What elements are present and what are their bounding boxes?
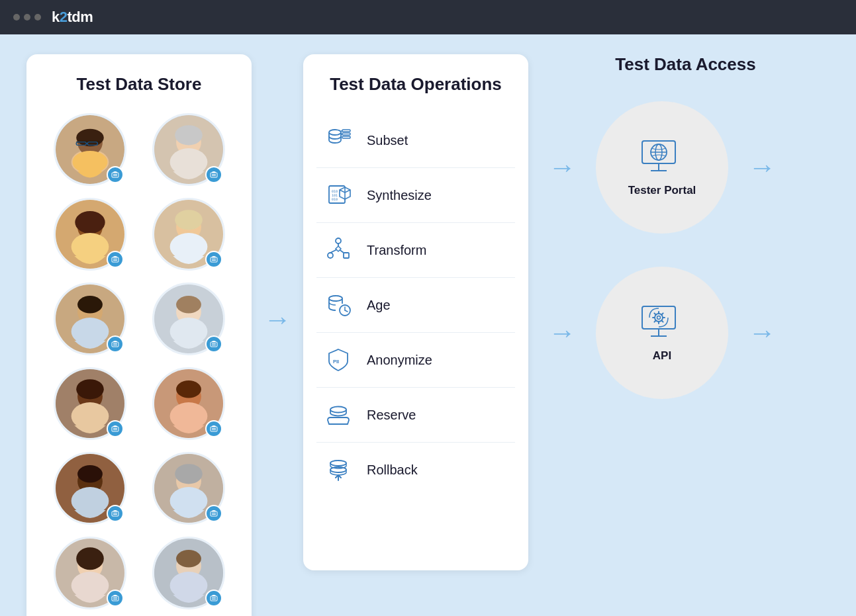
svg-rect-20 — [212, 175, 216, 176]
svg-rect-48 — [212, 345, 216, 345]
svg-rect-27 — [113, 260, 117, 261]
svg-rect-67 — [112, 511, 119, 516]
svg-rect-10 — [113, 174, 115, 175]
svg-point-8 — [72, 151, 107, 173]
ops-item-reserve[interactable]: Reserve — [316, 388, 515, 443]
svg-rect-9 — [112, 173, 119, 177]
synthesize-icon: 010 101 010 — [323, 180, 354, 210]
dot-2 — [24, 14, 30, 21]
right-arrow-portal-out-icon: → — [748, 154, 776, 181]
arrow-portal-out: → — [741, 154, 783, 181]
svg-point-116 — [330, 467, 346, 472]
svg-rect-94 — [342, 136, 350, 138]
arrow-ops-to-portal: → — [542, 154, 583, 181]
svg-point-91 — [329, 130, 341, 135]
svg-line-133 — [662, 313, 663, 314]
svg-rect-54 — [113, 428, 117, 429]
svg-point-23 — [75, 211, 105, 234]
svg-text:PII: PII — [333, 359, 339, 365]
transform-label: Transform — [367, 243, 426, 258]
svg-rect-62 — [212, 429, 216, 430]
synthesize-label: Synthesize — [367, 188, 432, 203]
avatar-badge-3 — [107, 251, 124, 268]
access-items: → Teste — [542, 101, 830, 399]
svg-rect-81 — [112, 596, 119, 601]
avatar-9 — [54, 452, 126, 525]
ops-item-synthesize[interactable]: 010 101 010 Synthesize — [316, 168, 515, 223]
svg-point-17 — [175, 125, 203, 145]
svg-rect-55 — [113, 429, 117, 430]
ops-item-transform[interactable]: Transform — [316, 223, 515, 278]
tester-portal-label: Tester Portal — [628, 184, 696, 197]
avatar-badge-4 — [205, 251, 222, 268]
avatar-3 — [54, 198, 126, 271]
ops-item-rollback[interactable]: Rollback — [316, 443, 515, 497]
svg-rect-25 — [112, 257, 119, 262]
tester-portal-circle: Tester Portal — [596, 101, 728, 234]
svg-rect-11 — [115, 174, 116, 175]
svg-point-30 — [175, 210, 203, 230]
ops-item-anonymize[interactable]: PII Anonymize — [316, 333, 515, 388]
svg-rect-90 — [212, 599, 216, 599]
svg-rect-104 — [344, 253, 349, 258]
ops-item-age[interactable]: Age — [316, 278, 515, 333]
avatar-1 — [54, 113, 126, 186]
operations-title: Test Data Operations — [316, 74, 515, 95]
svg-point-115 — [330, 461, 346, 466]
svg-rect-7 — [86, 143, 87, 144]
logo-tdm: tdm — [68, 9, 93, 25]
svg-rect-93 — [342, 133, 350, 135]
arrow-api-out: → — [741, 319, 783, 347]
svg-point-72 — [175, 464, 203, 484]
titlebar: k2tdm — [0, 0, 856, 34]
svg-rect-19 — [212, 174, 216, 175]
avatar-badge-5 — [107, 335, 124, 353]
svg-rect-12 — [116, 174, 117, 175]
api-label: API — [653, 349, 671, 363]
avatar-badge-11 — [107, 590, 124, 607]
avatar-badge-10 — [205, 505, 222, 522]
avatar-6 — [152, 283, 225, 355]
right-arrow-api-icon: → — [548, 319, 576, 347]
app-logo: k2tdm — [52, 9, 93, 26]
anonymize-icon: PII — [323, 345, 354, 375]
svg-point-44 — [176, 296, 201, 313]
reserve-icon — [323, 400, 354, 430]
avatar-7 — [54, 367, 126, 440]
svg-point-51 — [76, 379, 104, 399]
svg-rect-92 — [342, 130, 350, 132]
svg-rect-32 — [211, 257, 217, 262]
window-controls — [13, 14, 41, 21]
svg-point-109 — [329, 296, 342, 301]
transform-icon — [323, 235, 354, 265]
right-arrow-api-out-icon: → — [748, 319, 776, 347]
avatar-badge-1 — [107, 166, 124, 183]
ops-item-subset[interactable]: Subset — [316, 113, 515, 168]
svg-point-86 — [176, 550, 201, 567]
api-circle: API — [596, 267, 728, 399]
svg-rect-76 — [212, 514, 216, 515]
avatar-12 — [152, 537, 225, 609]
access-title: Test Data Access — [542, 54, 830, 75]
svg-rect-34 — [212, 260, 216, 261]
svg-point-58 — [176, 380, 201, 398]
svg-text:010: 010 — [332, 197, 338, 201]
svg-rect-75 — [212, 513, 216, 513]
svg-point-3 — [76, 129, 104, 146]
svg-rect-89 — [212, 597, 216, 598]
rollback-label: Rollback — [367, 462, 418, 478]
avatar-4 — [152, 198, 225, 271]
access-row-api: → — [542, 267, 830, 399]
arrow-store-to-ops: → — [252, 306, 303, 333]
svg-rect-61 — [212, 428, 216, 429]
test-data-store-card: Test Data Store — [26, 54, 252, 616]
subset-label: Subset — [367, 133, 408, 148]
anonymize-label: Anonymize — [367, 353, 432, 368]
arrow-ops-to-api: → — [542, 319, 583, 347]
svg-rect-39 — [112, 342, 119, 347]
main-content: Test Data Store — [0, 34, 856, 616]
svg-rect-123 — [642, 306, 675, 329]
dot-3 — [34, 14, 41, 21]
svg-point-103 — [328, 253, 333, 258]
avatar-10 — [152, 452, 225, 525]
